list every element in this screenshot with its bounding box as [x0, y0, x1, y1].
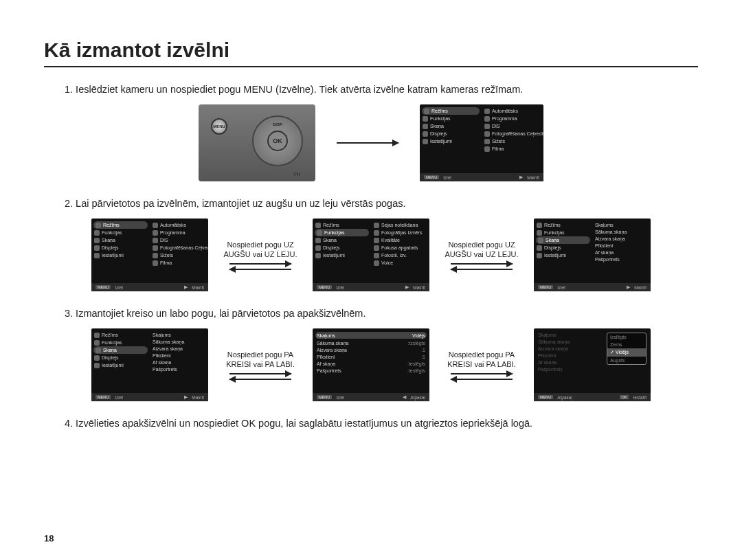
step-1: 1. Ieslēdziet kameru un nospiediet pogu …	[65, 84, 698, 95]
lcd-panel-e: SkaļumsVidējs Sākuma skaņa:Izslēgts Aizv…	[313, 328, 429, 401]
row-3: Režīms Funkcijas Skaņa Displejs Iestatīj…	[44, 328, 698, 401]
arrow-right-icon	[229, 263, 291, 265]
camera-dpad: DISP OK	[252, 115, 303, 166]
menu-item: Iestatījumi	[430, 139, 452, 144]
arrow-text-leftright: Nospiediet pogu PA KREISI vai PA LABI.	[440, 350, 523, 370]
camera-disp-label: DISP	[273, 122, 282, 126]
arrow-left-icon	[229, 269, 291, 270]
options-popup: Izslēgts Zems ✓Vidējs Augsts	[607, 333, 647, 365]
arrow-left-icon	[451, 379, 513, 380]
menu-item: Režīms	[431, 109, 448, 113]
dis-icon	[484, 124, 490, 129]
menu-item: Skaņa	[430, 124, 444, 128]
lcd-panel-c: Režīms Funkcijas Skaņa Displejs Iestatīj…	[534, 219, 651, 291]
step-4: 4. Izvēlieties apakšizvēlni un nospiedie…	[65, 418, 698, 429]
lcd-panel-a: Režīms Funkcijas Skaņa Displejs Iestatīj…	[91, 219, 208, 291]
submenu-item: Fotografēšanas Ceļvedis	[492, 131, 543, 136]
gear-icon	[423, 116, 428, 122]
menu-item: Funkcijas	[430, 116, 451, 121]
arrow-text-leftright: Nospiediet pogu PA KREISI vai PA LABI.	[219, 350, 302, 370]
step-3: 3. Izmantojiet kreiso un labo pogu, lai …	[65, 308, 698, 319]
scene-icon	[484, 139, 490, 144]
camera-menu-button: MENU	[211, 118, 227, 135]
arrow-text-updown: Nospiediet pogu UZ AUGŠU vai UZ LEJU.	[219, 240, 302, 260]
lcd-panel-f: Skaļums Sākuma skaņa Aizvara skaņa Pīkst…	[534, 328, 651, 401]
submenu-item: Programma	[492, 116, 517, 121]
menu-item: Displejs	[430, 131, 447, 136]
arrow-left-icon	[229, 379, 291, 380]
camera-fn-label: Fn	[294, 171, 300, 177]
submenu-item: DIS	[492, 124, 500, 128]
arrow-text-updown: Nospiediet pogu UZ AUGŠU vai UZ LEJU.	[440, 240, 523, 260]
camera-icon	[424, 109, 429, 114]
submenu-item: Automātisks	[492, 109, 518, 113]
page-title: Kā izmantot izvēlni	[44, 38, 698, 67]
sound-icon	[423, 124, 428, 129]
program-icon	[484, 116, 490, 122]
menu-tag: MENU	[424, 175, 439, 179]
camera-back-panel: MENU DISP OK Fn	[199, 104, 315, 181]
footer-change: Mainīt	[527, 175, 539, 180]
lcd-panel-d: Režīms Funkcijas Skaņa Displejs Iestatīj…	[91, 328, 208, 401]
submenu-item: Filma	[492, 146, 504, 151]
page-number: 18	[44, 533, 54, 544]
auto-icon	[484, 109, 490, 114]
display-icon	[423, 131, 428, 137]
film-icon	[484, 146, 490, 152]
arrow-right-icon	[451, 373, 513, 374]
arrow-block	[326, 142, 409, 144]
step-2: 2. Lai pārvietotos pa izvēlnēm, izmantoj…	[65, 198, 698, 209]
submenu-item: Sižets	[492, 139, 505, 144]
row-2: Režīms Funkcijas Skaņa Displejs Iestatīj…	[44, 219, 698, 291]
arrow-left-icon	[451, 269, 513, 270]
arrow-right-icon	[229, 373, 291, 374]
row-1: MENU DISP OK Fn Režīms Funkcijas Skaņa D…	[44, 104, 698, 181]
camera-ok-button: OK	[267, 131, 288, 151]
settings-icon	[423, 139, 428, 144]
lcd-main-menu: Režīms Funkcijas Skaņa Displejs Iestatīj…	[420, 104, 543, 181]
arrow-right-icon	[451, 263, 513, 265]
arrow-right-icon	[337, 142, 398, 144]
guide-icon	[484, 131, 490, 137]
lcd-footer: MENU Iziet ▶ Mainīt	[420, 173, 543, 181]
lcd-panel-b: Režīms Funkcijas Skaņa Displejs Iestatīj…	[313, 219, 429, 291]
footer-exit: Iziet	[443, 175, 451, 180]
